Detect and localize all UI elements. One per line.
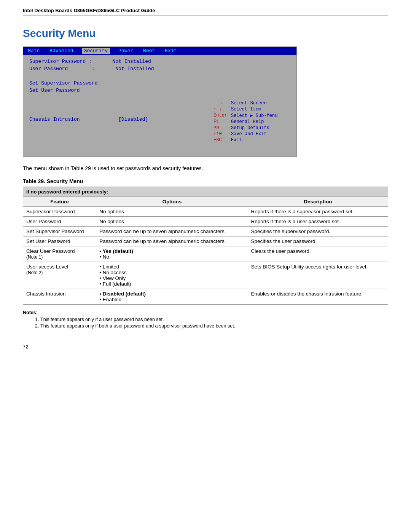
desc-clear-user-password: Clears the user password. <box>248 246 388 262</box>
table-row: Set Supervisor Password Password can be … <box>23 227 388 236</box>
option-no: No <box>99 254 244 260</box>
hint-p9: P9 Setup Defaults <box>213 125 292 131</box>
page-title: Security Menu <box>23 27 388 40</box>
col-description: Description <box>248 197 388 207</box>
option-yes-default: Yes (default) <box>99 248 244 254</box>
bios-tab-boot: Boot <box>142 48 156 54</box>
bios-tab-exit: Exit <box>163 48 178 54</box>
bios-blank6 <box>29 131 203 137</box>
table-row: Clear User Password (Note 1) Yes (defaul… <box>23 246 388 262</box>
bios-blank8 <box>29 145 203 151</box>
bios-screenshot: Main Advanced Security Power Boot Exit S… <box>23 46 297 157</box>
bios-tab-power: Power <box>117 48 135 54</box>
bios-right-panel: ← → Select Screen ↑ ↓ Select Item Enter … <box>209 55 296 157</box>
table-caption: Table 29. Security Menu <box>23 178 388 184</box>
bios-tab-main: Main <box>26 48 41 54</box>
options-set-supervisor-password: Password can be up to seven alphanumeric… <box>96 227 248 236</box>
desc-user-password: Reports if there is a user password set. <box>248 217 388 227</box>
hint-f10: F10 Save and Exit <box>213 131 292 137</box>
options-supervisor-password: No options <box>96 207 248 217</box>
desc-user-access-level: Sets BIOS Setup Utility access rights fo… <box>248 262 388 289</box>
option-limited: Limited <box>99 264 244 270</box>
note-item-1: This feature appears only if a user pass… <box>40 317 388 322</box>
hint-f1: F1 General Help <box>213 119 292 125</box>
table-row: User access Level (Note 2) Limited No ac… <box>23 262 388 289</box>
header-title: Intel Desktop Boards D865GBF/D865GLC Pro… <box>23 8 155 13</box>
feature-set-user-password: Set User Password <box>23 236 96 246</box>
feature-user-password: User Password <box>23 217 96 227</box>
feature-user-access-level: User access Level (Note 2) <box>23 262 96 289</box>
desc-set-supervisor-password: Specifies the supervisor password. <box>248 227 388 236</box>
feature-set-supervisor-password: Set Supervisor Password <box>23 227 96 236</box>
bios-blank7 <box>29 138 203 144</box>
notes-title: Notes: <box>23 310 388 315</box>
option-list-access: Limited No access View Only Full (defaul… <box>99 264 244 287</box>
option-view-only: View Only <box>99 275 244 281</box>
table-section-header: If no password entered previously: <box>23 187 388 197</box>
option-list-clear: Yes (default) No <box>99 248 244 260</box>
bios-body: Supervisor Password : Not Installed User… <box>23 55 296 157</box>
col-options: Options <box>96 197 248 207</box>
desc-chassis-intrusion: Enables or disables the chassis intrusio… <box>248 289 388 305</box>
hint-enter: Enter Select ▶ Sub-Menu <box>213 113 292 118</box>
security-table: If no password entered previously: Featu… <box>23 187 388 305</box>
option-enabled: Enabled <box>99 297 244 302</box>
option-full-default: Full (default) <box>99 281 244 287</box>
desc-set-user-password: Specifies the user password. <box>248 236 388 246</box>
notes-section: Notes: This feature appears only if a us… <box>23 310 388 329</box>
bios-user-password: User Password : Not Installed <box>29 66 203 72</box>
hint-esc: ESC Exit <box>213 137 292 143</box>
table-row: Set User Password Password can be up to … <box>23 236 388 246</box>
bios-blank1 <box>29 73 203 79</box>
options-clear-user-password: Yes (default) No <box>96 246 248 262</box>
bios-blank3 <box>29 102 203 108</box>
table-row: Supervisor Password No options Reports i… <box>23 207 388 217</box>
options-set-user-password: Password can be up to seven alphanumeric… <box>96 236 248 246</box>
bios-set-user: Set User Password <box>29 88 203 93</box>
feature-chassis-intrusion: Chassis Intrusion <box>23 289 96 305</box>
feature-clear-user-password: Clear User Password (Note 1) <box>23 246 96 262</box>
page-header: Intel Desktop Boards D865GBF/D865GLC Pro… <box>23 8 388 16</box>
bios-tab-advanced: Advanced <box>48 48 75 54</box>
note-ref-1: (Note 1) <box>26 254 43 260</box>
options-chassis-intrusion: Disabled (default) Enabled <box>96 289 248 305</box>
desc-supervisor-password: Reports if there is a supervisor passwor… <box>248 207 388 217</box>
bios-set-supervisor: Set Supervisor Password <box>29 80 203 86</box>
bios-tab-security: Security <box>82 48 110 54</box>
bios-left-panel: Supervisor Password : Not Installed User… <box>23 55 209 157</box>
bios-chassis-intrusion: Chassis Intrusion [Disabled] <box>29 117 203 122</box>
bios-blank4 <box>29 109 203 115</box>
page-number: 72 <box>23 344 28 350</box>
table-row: User Password No options Reports if ther… <box>23 217 388 227</box>
table-row: Chassis Intrusion Disabled (default) Ena… <box>23 289 388 305</box>
options-user-access-level: Limited No access View Only Full (defaul… <box>96 262 248 289</box>
page-footer: 72 <box>23 344 388 350</box>
bios-menu-bar: Main Advanced Security Power Boot Exit <box>23 47 296 55</box>
note-item-2: This feature appears only if both a user… <box>40 323 388 329</box>
option-disabled-default: Disabled (default) <box>99 291 244 297</box>
hint-select-screen: ← → Select Screen <box>213 101 292 106</box>
bios-blank5 <box>29 124 203 129</box>
options-user-password: No options <box>96 217 248 227</box>
option-list-chassis: Disabled (default) Enabled <box>99 291 244 302</box>
col-feature: Feature <box>23 197 96 207</box>
bios-supervisor-password: Supervisor Password : Not Installed <box>29 59 203 64</box>
note-ref-2: (Note 2) <box>26 270 43 275</box>
option-no-access: No access <box>99 270 244 275</box>
bios-blank2 <box>29 95 203 101</box>
body-text: The menu shown in Table 29 is used to se… <box>23 165 388 171</box>
hint-select-item: ↑ ↓ Select Item <box>213 107 292 112</box>
feature-supervisor-password: Supervisor Password <box>23 207 96 217</box>
